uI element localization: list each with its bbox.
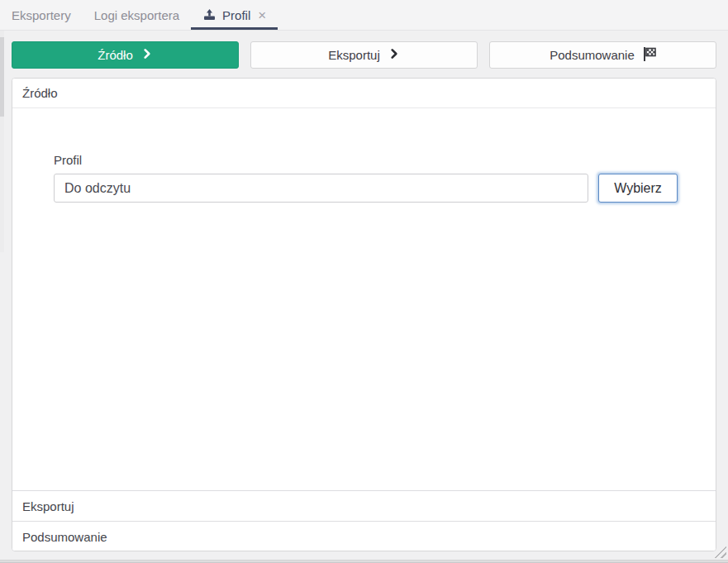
step-label: Podsumowanie <box>550 48 635 62</box>
scrollbar-thumb[interactable] <box>0 37 4 117</box>
window-bottom-edge <box>0 560 728 562</box>
profile-row: Wybierz <box>54 174 678 203</box>
step-label: Źródło <box>98 48 133 62</box>
accordion-header-podsumowanie[interactable]: Podsumowanie <box>12 521 716 551</box>
tab-eksportery[interactable]: Eksportery <box>0 0 83 30</box>
upload-icon <box>202 8 216 21</box>
accordion-title: Podsumowanie <box>22 530 107 544</box>
tab-label: Eksportery <box>12 8 71 22</box>
step-button-podsumowanie[interactable]: Podsumowanie <box>489 41 716 69</box>
chevron-right-icon <box>141 48 153 62</box>
profile-label: Profil <box>54 153 678 167</box>
wizard-accordion: Źródło Profil Wybierz Eksportuj Podsumow… <box>12 78 716 551</box>
close-icon[interactable]: × <box>258 8 266 22</box>
choose-button[interactable]: Wybierz <box>598 174 678 203</box>
exporter-profile-window: Eksportery Logi eksportera Profil × Źród… <box>0 0 728 563</box>
tab-bar: Eksportery Logi eksportera Profil × <box>0 0 728 31</box>
accordion-header-eksportuj[interactable]: Eksportuj <box>12 490 716 521</box>
accordion-title: Eksportuj <box>22 499 74 513</box>
step-label: Eksportuj <box>328 48 380 62</box>
tab-profil[interactable]: Profil × <box>191 0 278 30</box>
tab-label: Logi eksportera <box>94 8 179 22</box>
tab-logi-eksportera[interactable]: Logi eksportera <box>83 0 191 30</box>
vertical-scrollbar[interactable] <box>0 31 4 252</box>
tab-label: Profil <box>222 8 250 22</box>
accordion-title: Źródło <box>22 86 58 100</box>
wizard-steps: Źródło Eksportuj Podsumowanie <box>0 31 728 69</box>
chevron-right-icon <box>388 48 400 62</box>
profile-input[interactable] <box>54 174 588 203</box>
step-button-eksportuj[interactable]: Eksportuj <box>250 41 478 69</box>
accordion-content-zrodlo: Profil Wybierz <box>12 108 716 490</box>
accordion-header-zrodlo[interactable]: Źródło <box>12 79 716 108</box>
step-button-zrodlo[interactable]: Źródło <box>12 41 239 69</box>
checkered-flag-icon <box>643 47 656 64</box>
